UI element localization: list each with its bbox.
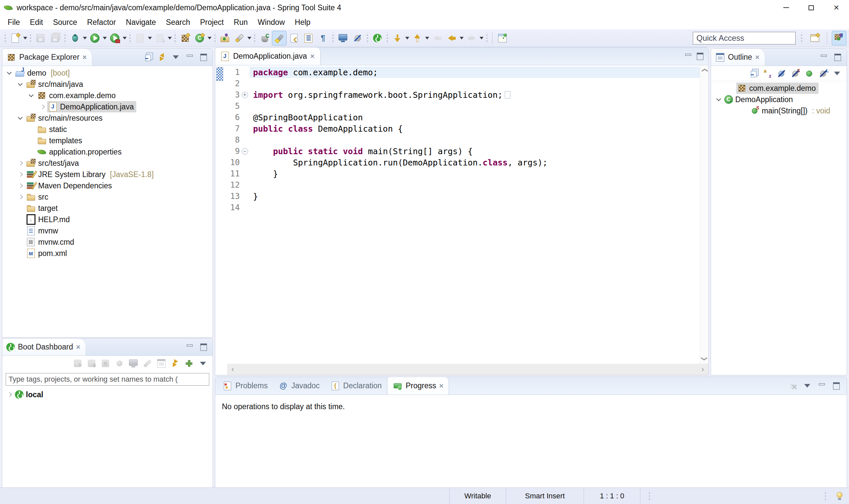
close-view-icon[interactable]: ×	[755, 53, 759, 62]
expand-arrow-icon[interactable]	[16, 113, 25, 123]
menu-item-run[interactable]: Run	[229, 15, 253, 29]
dropdown-arrow-icon[interactable]	[424, 31, 430, 46]
dropdown-arrow-icon[interactable]	[102, 31, 107, 46]
expand-arrow-icon[interactable]	[5, 390, 14, 399]
close-view-icon[interactable]: ×	[83, 53, 87, 62]
toolbar-drag-handle[interactable]	[4, 33, 7, 44]
scroll-left-icon[interactable]: ‹	[231, 365, 234, 374]
tree-item-templates[interactable]: templates	[2, 135, 213, 146]
tab-problems[interactable]: Problems	[217, 377, 273, 395]
code-line-12[interactable]: 12	[224, 179, 708, 191]
next-edit-location-button[interactable]	[410, 31, 424, 46]
dropdown-arrow-icon[interactable]	[22, 31, 28, 46]
tab-declaration[interactable]: Declaration	[325, 377, 387, 395]
coverage-button[interactable]	[257, 31, 272, 46]
code-line-9[interactable]: 9− public static void main(String[] args…	[224, 146, 708, 157]
last-edit-location-button[interactable]	[390, 31, 404, 46]
menu-item-window[interactable]: Window	[253, 15, 290, 29]
package-explorer-view-tab[interactable]: Package Explorer ×	[2, 49, 92, 66]
view-menu-button[interactable]	[197, 357, 209, 370]
expand-arrow-icon[interactable]	[16, 159, 25, 168]
open-console-button[interactable]	[336, 31, 350, 46]
expand-arrow-icon[interactable]	[715, 95, 724, 104]
tab-progress[interactable]: Progress×	[387, 377, 449, 395]
window-close-button[interactable]: ×	[824, 0, 849, 15]
horizontal-scrollbar[interactable]: ‹ ›	[227, 364, 708, 375]
toolbar-drag-handle[interactable]	[213, 33, 217, 44]
tree-item-static[interactable]: static	[2, 124, 213, 135]
outline-view-tab[interactable]: Outline ×	[711, 49, 765, 66]
run-button[interactable]	[88, 31, 102, 46]
connect-button[interactable]	[169, 357, 181, 370]
new-java-project-button[interactable]	[178, 31, 192, 46]
new-wizard-button[interactable]	[8, 31, 22, 46]
dropdown-arrow-icon[interactable]	[82, 31, 88, 46]
tree-item-demoapplication-java[interactable]: DemoApplication.java	[2, 101, 213, 112]
menu-item-project[interactable]: Project	[195, 15, 229, 29]
code-line-14[interactable]: 14	[224, 202, 708, 213]
maximize-button[interactable]	[831, 51, 844, 64]
tree-item-application-properties[interactable]: application.properties	[2, 146, 213, 158]
tab-javadoc[interactable]: Javadoc	[273, 377, 325, 395]
code-line-11[interactable]: 11 }	[224, 168, 708, 179]
toolbar-drag-handle[interactable]	[253, 33, 256, 44]
tree-item-src-main-resources[interactable]: src/main/resources	[2, 112, 213, 124]
dropdown-arrow-icon[interactable]	[404, 31, 410, 46]
minimize-button[interactable]	[183, 51, 196, 64]
code-line-13[interactable]: 13}	[224, 191, 708, 202]
sort-button[interactable]	[761, 67, 774, 80]
maximize-editor-button[interactable]	[695, 51, 705, 61]
minimize-button[interactable]	[815, 380, 828, 392]
toolbar-drag-handle[interactable]	[64, 33, 67, 44]
tree-item-target[interactable]: target	[2, 203, 213, 214]
minimize-editor-button[interactable]	[683, 51, 693, 61]
code-line-8[interactable]: 8	[224, 134, 708, 146]
window-minimize-button[interactable]	[773, 0, 799, 15]
editor-tab-demoapplication[interactable]: DemoApplication.java ×	[215, 48, 321, 65]
toolbar-drag-handle[interactable]	[174, 33, 177, 44]
code-line-7[interactable]: 7public class DemoApplication {	[224, 123, 708, 134]
expand-arrow-icon[interactable]	[16, 181, 25, 190]
java-perspective-button[interactable]	[832, 31, 846, 46]
open-perspective-button[interactable]	[808, 31, 822, 46]
open-element-button[interactable]	[287, 31, 301, 46]
add-button[interactable]	[183, 357, 195, 370]
expand-arrow-icon[interactable]	[38, 102, 47, 111]
tree-item-main-string[interactable]: Smain(String[]) : void	[711, 105, 847, 116]
search-button[interactable]	[232, 31, 247, 46]
menu-item-help[interactable]: Help	[290, 15, 315, 29]
collapse-all-button[interactable]	[747, 67, 760, 80]
toolbar-drag-handle[interactable]	[128, 33, 132, 44]
debug-button[interactable]	[68, 31, 82, 46]
close-tab-icon[interactable]: ×	[310, 52, 314, 61]
window-maximize-button[interactable]	[799, 0, 824, 15]
view-menu-button[interactable]	[831, 67, 843, 80]
external-tools-button[interactable]	[107, 31, 122, 46]
tree-item-com-example-demo[interactable]: com.example.demo	[711, 83, 847, 94]
tree-item-src-main-java[interactable]: src/main/java	[2, 78, 213, 90]
menu-item-source[interactable]: Source	[48, 15, 82, 29]
code-line-5[interactable]: 5	[224, 101, 708, 112]
code-editor[interactable]: 1package com.example.demo;23+import org.…	[224, 65, 708, 364]
fold-collapse-icon[interactable]: −	[242, 148, 248, 155]
vertical-scrollbar[interactable]: ❯ ❯	[700, 65, 708, 364]
status-drag-handle[interactable]	[824, 490, 827, 502]
quick-access-input[interactable]	[693, 32, 796, 44]
collapse-all-button[interactable]	[142, 51, 154, 64]
pin-editor-button[interactable]	[495, 31, 510, 46]
folded-region-icon[interactable]	[505, 91, 510, 98]
hide-fields-button[interactable]	[775, 67, 788, 80]
link-with-editor-button[interactable]	[156, 51, 168, 64]
dropdown-arrow-icon[interactable]	[459, 31, 464, 46]
hide-static-button[interactable]: S	[789, 67, 801, 80]
scroll-up-icon[interactable]: ❯	[701, 68, 708, 73]
tree-item-local[interactable]: local	[2, 389, 213, 400]
dropdown-arrow-icon[interactable]	[247, 31, 252, 46]
tree-item-src-test-java[interactable]: src/test/java	[2, 158, 213, 169]
status-drag-handle[interactable]	[648, 490, 651, 502]
scroll-down-icon[interactable]: ❯	[701, 356, 708, 361]
lightbulb-icon[interactable]	[834, 491, 844, 501]
toolbar-drag-handle[interactable]	[386, 33, 389, 44]
tree-item-src[interactable]: src	[2, 191, 213, 203]
menu-item-refactor[interactable]: Refactor	[82, 15, 121, 29]
